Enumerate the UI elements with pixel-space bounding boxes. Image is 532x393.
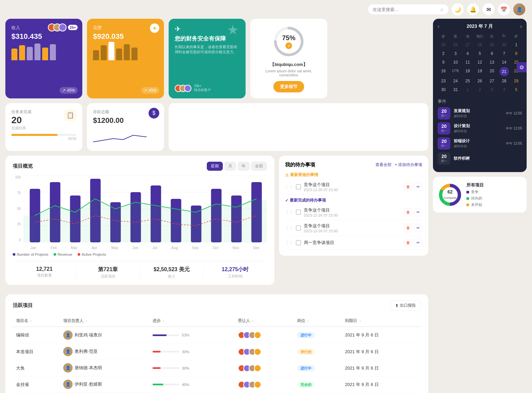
tab-week[interactable]: 星期 [207, 162, 223, 171]
cal-day-10[interactable]: 10 [450, 58, 461, 66]
cal-day-4b[interactable]: 4 [498, 86, 510, 94]
todo-checkbox-1[interactable] [296, 184, 301, 189]
view-all-todo[interactable]: 查看全部 [375, 162, 391, 168]
filler-card [169, 103, 428, 151]
drag-handle-3[interactable]: ⋮⋮ [285, 226, 293, 230]
col-manager[interactable]: 项目负责人 ↕ [60, 315, 149, 327]
mail-icon[interactable]: ✉ [482, 3, 495, 15]
cal-day-25a[interactable]: 25 [438, 41, 449, 49]
cal-day-14[interactable]: 14 [498, 58, 510, 66]
cal-day-26b[interactable]: 26 [474, 77, 485, 85]
export-icon: ⬆ [395, 303, 398, 308]
todo-checkbox-2[interactable] [296, 210, 301, 215]
add-expenses-button[interactable]: + [150, 23, 159, 33]
cal-day-29a[interactable]: 29 [486, 41, 498, 49]
cal-day-5[interactable]: 5 [474, 50, 485, 58]
gear-icon[interactable]: ⚙ [517, 62, 527, 72]
edit-todo-4[interactable]: ✏ [414, 239, 422, 247]
cal-day-2b[interactable]: 2 [474, 86, 485, 94]
todo-checkbox-3[interactable] [296, 225, 301, 231]
cal-day-12[interactable]: 12 [474, 58, 485, 66]
cal-day-3[interactable]: 3 [450, 50, 461, 58]
circle-site: 【biqubiqu.com】 [270, 62, 307, 68]
search-input[interactable] [373, 7, 438, 12]
export-button[interactable]: ⬆ 出口报告 [390, 300, 421, 311]
cal-day-28a[interactable]: 28 [474, 41, 485, 49]
col-name[interactable]: 项目名 ↕ [13, 315, 60, 327]
cal-day-24[interactable]: 24 [450, 77, 461, 85]
edit-todo-3[interactable]: ✏ [414, 224, 422, 232]
cal-day-28[interactable]: 28 [498, 77, 510, 85]
todo-item-actions-2: 🗑 ✏ [404, 208, 422, 216]
calendar-icon[interactable]: 📅 [498, 3, 510, 15]
cal-day-16[interactable]: 16 [438, 67, 449, 76]
chart-legend: Number of Projects Revenue Active Projec… [13, 252, 267, 256]
cal-day-30b[interactable]: 30 [438, 86, 449, 94]
cal-day-26a[interactable]: 26 [450, 41, 461, 49]
event-name-1: 发展规划 [454, 108, 503, 114]
drag-handle-2[interactable]: ⋮⋮ [285, 210, 293, 215]
cal-day-18[interactable]: 18 [462, 67, 473, 76]
cal-day-13[interactable]: 13 [486, 58, 498, 66]
cal-day-29[interactable]: 29 [511, 77, 522, 85]
dark-mode-toggle[interactable]: 🌙 [452, 3, 464, 15]
circle-check-icon: ✓ [285, 43, 292, 49]
search-icon: ⌕ [440, 6, 444, 12]
cal-day-1b[interactable]: 1 [462, 86, 473, 94]
cal-day-21-today[interactable]: 21 [500, 67, 509, 76]
cal-day-3b[interactable]: 3 [486, 86, 498, 94]
cal-next-button[interactable]: › [520, 23, 522, 29]
legend-compete: 竞争 [466, 189, 521, 194]
col-progress[interactable]: 进步 ↕ [149, 315, 235, 327]
tasks-title: 任务未完成 [11, 109, 31, 115]
tab-year[interactable]: 年 [238, 162, 250, 171]
cal-day-7[interactable]: 7 [498, 50, 510, 58]
user-avatar[interactable]: 👤 [513, 3, 525, 15]
bar-6 [50, 44, 56, 60]
cal-day-19[interactable]: 19 [474, 67, 485, 76]
col-assignee[interactable]: 受让人 ↕ [235, 315, 294, 327]
delete-todo-2[interactable]: 🗑 [404, 208, 412, 216]
todo-item-2: ⋮⋮ 竞争这个项目 2023-12-26 07:15:00 🗑 ✏ [285, 205, 422, 220]
drag-handle-1[interactable]: ⋮⋮ [285, 184, 293, 189]
col-status[interactable]: 岗位 ↕ [294, 315, 342, 327]
cal-day-31[interactable]: 31 [450, 86, 461, 94]
add-todo[interactable]: + 添加待办事项 [395, 162, 422, 168]
edit-todo-2[interactable]: ✏ [414, 208, 422, 216]
todo-item-actions-4: 🗑 ✏ [404, 239, 422, 247]
tab-all[interactable]: 全部 [251, 162, 267, 171]
delete-todo-1[interactable]: 🗑 [404, 183, 412, 191]
cal-day-25b[interactable]: 25 [462, 77, 473, 85]
cal-day-2[interactable]: 2 [438, 50, 449, 58]
detail-button[interactable]: 更多细节 [273, 81, 304, 92]
cal-day-1[interactable]: 1 [511, 41, 522, 49]
cal-day-27b[interactable]: 27 [486, 77, 498, 85]
tab-group: 星期 月 年 全部 [207, 162, 267, 171]
cal-day-5b[interactable]: 5 [511, 86, 522, 94]
cal-day-8[interactable]: 8 [511, 50, 522, 58]
drag-handle-4[interactable]: ⋮⋮ [285, 240, 293, 245]
delete-todo-4[interactable]: 🗑 [404, 239, 412, 247]
cal-day-4[interactable]: 4 [462, 50, 473, 58]
col-due[interactable]: 到期日 ↕ [342, 315, 421, 327]
cal-day-9[interactable]: 9 [438, 58, 449, 66]
tasks-sub: 完成任务 [11, 126, 31, 131]
delete-todo-3[interactable]: 🗑 [404, 224, 412, 232]
cal-day-20[interactable]: 20 [486, 67, 498, 76]
todo-checkbox-4[interactable] [296, 240, 301, 245]
edit-todo-1[interactable]: ✏ [414, 183, 422, 191]
cal-day-6[interactable]: 6 [486, 50, 498, 58]
cal-day-11[interactable]: 11 [462, 58, 473, 66]
notification-bell[interactable]: 🔔 [467, 3, 479, 15]
legend-dot-pending [466, 197, 469, 200]
cal-day-17[interactable]: 17号 [450, 67, 461, 76]
cell-manager-1: 👤 奥利弗·范亚 [60, 343, 149, 360]
cal-prev-button[interactable]: ‹ [438, 23, 439, 29]
tab-month[interactable]: 月 [224, 162, 236, 171]
cal-day-23[interactable]: 23 [438, 77, 449, 85]
revenue-title: 收入 [11, 25, 76, 31]
search-box[interactable]: ⌕ [368, 4, 448, 14]
circle-percent: 75% ✓ [282, 34, 295, 49]
cal-day-30a[interactable]: 30 [498, 41, 510, 49]
cal-day-27a[interactable]: 27 [462, 41, 473, 49]
